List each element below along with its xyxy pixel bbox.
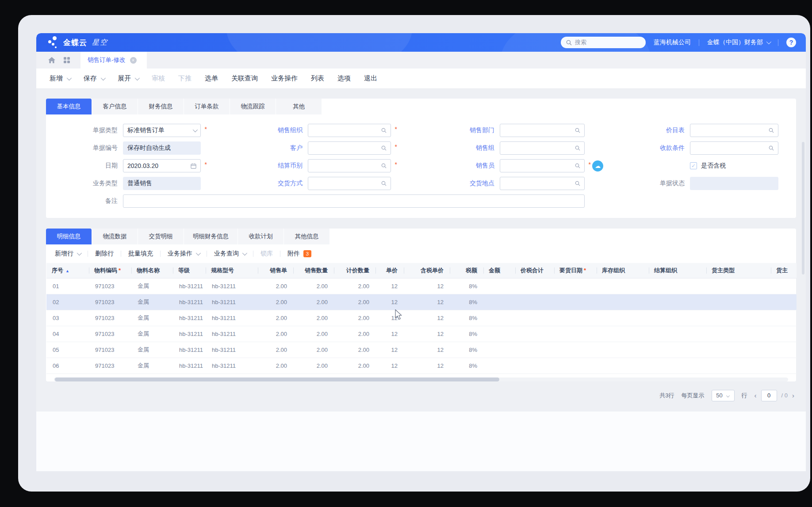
price-list-lookup[interactable]	[690, 124, 778, 137]
column-header[interactable]: 要货日期*	[554, 263, 597, 278]
column-header[interactable]: 销售数量	[293, 263, 334, 278]
field-label-customer[interactable]: 客户	[201, 144, 308, 152]
table-cell[interactable]	[706, 278, 771, 294]
table-cell[interactable]	[483, 310, 515, 326]
date-picker[interactable]: 2020.03.20 *	[123, 159, 201, 172]
table-row[interactable]: 01971023金属hb-31211hb-312112.002.002.0012…	[46, 278, 797, 294]
table-cell[interactable]: 04	[46, 326, 89, 342]
field-label-salesman[interactable]: 销售员	[391, 162, 500, 170]
table-cell[interactable]: 12	[375, 358, 404, 374]
table-cell[interactable]: 2.00	[293, 278, 334, 294]
column-header[interactable]: 销售单	[258, 263, 293, 278]
table-cell[interactable]: 12	[375, 278, 404, 294]
table-cell[interactable]: 12	[404, 278, 450, 294]
table-cell[interactable]: hb-31211	[206, 326, 258, 342]
table-cell[interactable]: 8%	[450, 326, 483, 342]
table-cell[interactable]	[706, 310, 771, 326]
table-row[interactable]: 05971023金属hb-31211hb-312112.002.002.0012…	[46, 342, 797, 358]
detail-tab-5[interactable]: 收款计划	[238, 229, 284, 244]
table-cell[interactable]	[515, 310, 554, 326]
table-cell[interactable]	[649, 310, 706, 326]
table-cell[interactable]: 2.00	[293, 358, 334, 374]
payment-terms-lookup[interactable]	[690, 141, 778, 155]
table-cell[interactable]: hb-31211	[173, 294, 206, 310]
sales-group-lookup[interactable]	[500, 141, 585, 155]
table-cell[interactable]	[515, 278, 554, 294]
table-cell[interactable]: 2.00	[334, 342, 375, 358]
toolbar-button[interactable]: 展开	[118, 74, 138, 83]
table-cell[interactable]: 971023	[89, 342, 131, 358]
table-cell[interactable]: 12	[404, 310, 450, 326]
detail-tab-1[interactable]: 明细信息	[46, 229, 92, 244]
account-menu[interactable]: 金蝶（中国）财务部	[707, 38, 770, 46]
column-header[interactable]: 税额	[450, 263, 483, 278]
table-cell[interactable]: hb-31211	[206, 358, 258, 374]
table-cell[interactable]	[554, 310, 597, 326]
table-cell[interactable]	[771, 326, 797, 342]
basic-tab-5[interactable]: 物流跟踪	[230, 99, 276, 114]
table-cell[interactable]	[597, 278, 649, 294]
table-cell[interactable]: 金属	[131, 294, 173, 310]
table-cell[interactable]: 971023	[89, 358, 131, 374]
home-icon[interactable]	[44, 52, 59, 69]
table-cell[interactable]	[771, 358, 797, 374]
table-cell[interactable]: 2.00	[258, 310, 293, 326]
currency-lookup[interactable]: *	[308, 159, 391, 172]
remark-input[interactable]	[123, 194, 585, 208]
table-cell[interactable]: 2.00	[258, 326, 293, 342]
table-cell[interactable]	[554, 342, 597, 358]
toolbar-button[interactable]: 新增	[50, 74, 70, 83]
table-cell[interactable]	[483, 278, 515, 294]
open-window-tab[interactable]: 销售订单-修改 ×	[80, 52, 147, 69]
column-header[interactable]: 库存组织	[597, 263, 649, 278]
scrollbar-thumb[interactable]	[55, 377, 499, 381]
column-header[interactable]: 结算组织	[649, 263, 706, 278]
table-cell[interactable]: 2.00	[258, 278, 293, 294]
table-cell[interactable]: 2.00	[334, 278, 375, 294]
table-cell[interactable]: 971023	[89, 294, 131, 310]
table-cell[interactable]: hb-31211	[206, 310, 258, 326]
table-cell[interactable]	[771, 278, 797, 294]
table-cell[interactable]	[515, 294, 554, 310]
help-icon[interactable]: ?	[786, 38, 796, 47]
table-cell[interactable]: 2.00	[334, 294, 375, 310]
table-cell[interactable]: 2.00	[258, 342, 293, 358]
table-cell[interactable]	[706, 294, 771, 310]
field-label-price-list[interactable]: 价目表	[585, 126, 690, 134]
global-search-input[interactable]: 搜索	[561, 37, 646, 48]
toolbar-button[interactable]: 选项	[337, 74, 351, 83]
column-header[interactable]: 货主类型	[706, 263, 771, 278]
table-cell[interactable]: 2.00	[258, 358, 293, 374]
detail-tab-2[interactable]: 物流数据	[92, 229, 138, 244]
table-cell[interactable]: hb-31211	[173, 326, 206, 342]
table-cell[interactable]	[515, 358, 554, 374]
column-header[interactable]: 货主	[771, 263, 797, 278]
table-row[interactable]: 04971023金属hb-31211hb-312112.002.002.0012…	[46, 326, 797, 342]
table-cell[interactable]: 12	[404, 358, 450, 374]
field-label-currency[interactable]: 结算币别	[201, 162, 308, 170]
table-cell[interactable]: 12	[404, 294, 450, 310]
sales-org-lookup[interactable]: *	[308, 124, 391, 137]
table-cell[interactable]	[771, 310, 797, 326]
column-header[interactable]: 计价数量	[334, 263, 375, 278]
horizontal-scrollbar[interactable]	[54, 377, 788, 381]
table-cell[interactable]: 03	[46, 310, 89, 326]
toolbar-button[interactable]: 业务操作	[271, 74, 298, 83]
table-row[interactable]: 06971023金属hb-31211hb-312112.002.002.0012…	[46, 358, 797, 374]
basic-tab-6[interactable]: 其他	[276, 99, 322, 114]
detail-tab-4[interactable]: 明细财务信息	[184, 229, 238, 244]
table-cell[interactable]: 12	[375, 326, 404, 342]
detail-toolbar-button[interactable]: 业务查询	[214, 250, 246, 258]
column-header[interactable]: 物料名称	[131, 263, 173, 278]
table-cell[interactable]	[706, 358, 771, 374]
checkbox-icon[interactable]: ✓	[690, 162, 697, 169]
per-page-select[interactable]: 50	[712, 390, 735, 401]
toolbar-button[interactable]: 退出	[364, 74, 377, 83]
table-cell[interactable]: hb-31211	[173, 358, 206, 374]
cloud-sync-icon[interactable]: ☁	[592, 160, 603, 172]
table-cell[interactable]	[649, 294, 706, 310]
table-cell[interactable]: 12	[375, 342, 404, 358]
detail-toolbar-button[interactable]: 附件3	[287, 250, 311, 258]
detail-toolbar-button[interactable]: 新增行	[55, 250, 80, 258]
doc-type-select[interactable]: 标准销售订单 *	[123, 124, 201, 137]
